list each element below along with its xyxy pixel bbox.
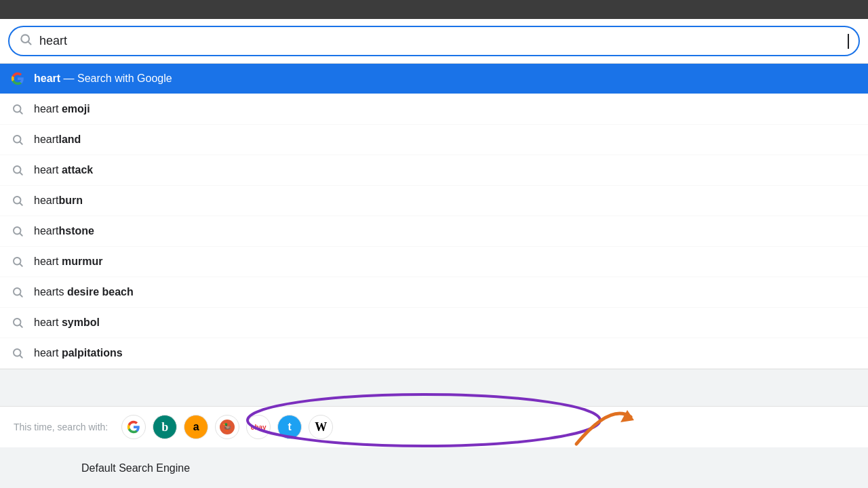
svg-line-7	[20, 172, 22, 174]
suggestions-dropdown: heart — Search with Google heart emoji h…	[0, 64, 868, 369]
svg-line-3	[20, 111, 22, 113]
suggestion-item-hearts-desire-beach[interactable]: hearts desire beach	[0, 277, 868, 308]
suggestion-text-heart-murmur: heart murmur	[34, 256, 102, 268]
engine-icon-ebay[interactable]: ebay	[246, 415, 271, 439]
suggestion-text-heartland: heartland	[34, 134, 81, 146]
suggestion-text-heart-attack: heart attack	[34, 164, 93, 176]
svg-line-1	[28, 42, 31, 45]
search-icon-glyph	[11, 285, 24, 299]
svg-line-15	[20, 294, 22, 296]
suggestion-item-heart-murmur[interactable]: heart murmur	[0, 247, 868, 277]
top-bar	[0, 0, 868, 19]
suggestion-item-heart-palpitations[interactable]: heart palpitations	[0, 338, 868, 369]
suggestion-item-heart-attack[interactable]: heart attack	[0, 155, 868, 186]
search-input-wrapper[interactable]: heart	[8, 26, 860, 56]
svg-line-9	[20, 203, 22, 205]
search-icon-glyph	[11, 346, 24, 360]
svg-line-13	[20, 264, 22, 266]
suggestion-item-hearthstone[interactable]: hearthstone	[0, 216, 868, 247]
svg-line-11	[20, 233, 22, 235]
engine-icon-wikipedia[interactable]: W	[309, 415, 333, 439]
engine-icon-twitter[interactable]: t	[277, 415, 302, 439]
svg-line-5	[20, 142, 22, 144]
default-engine-label: Default Search Engine	[81, 462, 190, 474]
search-with-label: This time, search with:	[14, 422, 108, 432]
suggestion-text-hearts-desire-beach: hearts desire beach	[34, 286, 134, 298]
search-icon	[19, 33, 33, 49]
search-icon-glyph	[11, 316, 24, 329]
suggestion-text-google-search: heart — Search with Google	[34, 73, 172, 85]
engine-icons-container: ba🦆ebaytW	[121, 415, 333, 439]
suggestion-text-hearthstone: hearthstone	[34, 225, 94, 237]
search-icon-glyph	[11, 224, 24, 238]
engine-icon-duckduckgo[interactable]: 🦆	[215, 415, 239, 439]
suggestion-item-heart-emoji[interactable]: heart emoji	[0, 94, 868, 125]
google-g-icon	[11, 72, 24, 85]
suggestion-item-heart-symbol[interactable]: heart symbol	[0, 308, 868, 338]
search-icon-glyph	[11, 133, 24, 146]
text-cursor	[848, 34, 849, 49]
suggestion-text-heartburn: heartburn	[34, 195, 83, 207]
suggestion-text-heart-emoji: heart emoji	[34, 103, 90, 115]
engine-icon-amazon[interactable]: a	[184, 415, 208, 439]
svg-line-17	[20, 325, 22, 327]
svg-line-19	[20, 355, 22, 357]
search-icon-glyph	[11, 255, 24, 268]
suggestion-item-heartland[interactable]: heartland	[0, 125, 868, 155]
search-icon-glyph	[11, 163, 24, 177]
svg-text:🦆: 🦆	[222, 422, 232, 432]
engine-icon-google[interactable]	[121, 415, 146, 439]
suggestion-item-google-search[interactable]: heart — Search with Google	[0, 64, 868, 94]
bottom-bar: This time, search with: ba🦆ebaytW	[0, 406, 868, 447]
search-input[interactable]: heart	[39, 34, 846, 48]
search-bar-container: heart	[0, 19, 868, 64]
search-icon-glyph	[11, 102, 24, 116]
search-icon-glyph	[11, 194, 24, 207]
suggestion-text-heart-palpitations: heart palpitations	[34, 347, 123, 359]
engine-icon-bing[interactable]: b	[153, 415, 177, 439]
suggestion-text-heart-symbol: heart symbol	[34, 317, 100, 329]
suggestion-item-heartburn[interactable]: heartburn	[0, 186, 868, 216]
